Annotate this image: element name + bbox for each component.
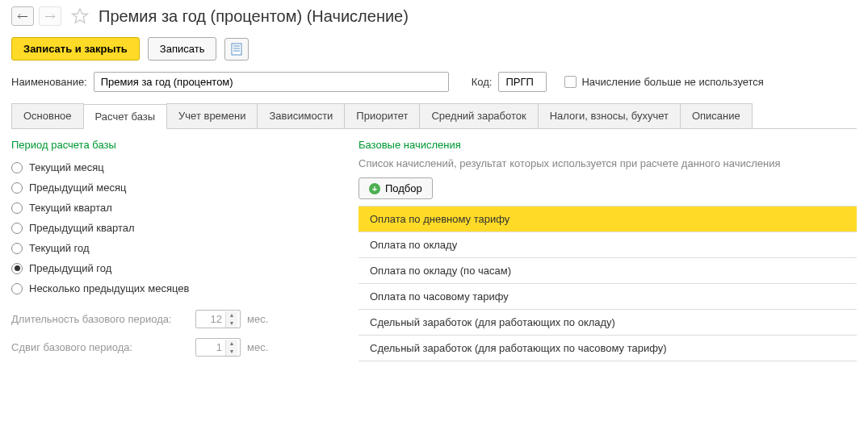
period-radio-item[interactable]: Текущий квартал bbox=[11, 198, 334, 218]
list-item[interactable]: Оплата по часовому тарифу bbox=[359, 284, 857, 310]
tab-5[interactable]: Средний заработок bbox=[419, 103, 538, 128]
code-input[interactable] bbox=[498, 72, 547, 92]
radio-label: Несколько предыдущих месяцев bbox=[29, 282, 189, 294]
period-radio-item[interactable]: Текущий месяц bbox=[11, 157, 334, 177]
forward-button[interactable]: 🡒 bbox=[39, 6, 61, 26]
duration-unit: мес. bbox=[247, 313, 268, 325]
duration-up-button[interactable]: ▲ bbox=[226, 311, 237, 319]
radio-label: Текущий квартал bbox=[29, 202, 112, 214]
favorite-star-icon[interactable] bbox=[71, 7, 89, 25]
radio-icon bbox=[11, 223, 23, 234]
duration-input[interactable] bbox=[196, 311, 225, 328]
plus-icon: + bbox=[369, 183, 380, 194]
radio-icon bbox=[11, 202, 23, 214]
svg-marker-0 bbox=[73, 9, 87, 23]
svg-rect-1 bbox=[232, 44, 241, 55]
list-item[interactable]: Оплата по дневному тарифу bbox=[359, 207, 857, 232]
name-label: Наименование: bbox=[11, 76, 87, 88]
period-radio-item[interactable]: Несколько предыдущих месяцев bbox=[11, 278, 334, 298]
shift-input[interactable] bbox=[196, 339, 225, 356]
period-radio-item[interactable]: Предыдущий год bbox=[11, 258, 334, 278]
tab-1[interactable]: Расчет базы bbox=[83, 104, 168, 129]
tab-3[interactable]: Зависимости bbox=[257, 103, 345, 128]
name-input[interactable] bbox=[94, 72, 449, 92]
page-title: Премия за год (процентом) (Начисление) bbox=[99, 7, 409, 26]
radio-icon bbox=[11, 182, 23, 194]
duration-down-button[interactable]: ▼ bbox=[226, 319, 237, 328]
shift-up-button[interactable]: ▲ bbox=[226, 340, 237, 348]
list-item[interactable]: Оплата по окладу bbox=[359, 232, 857, 258]
tab-0[interactable]: Основное bbox=[11, 103, 84, 128]
report-icon bbox=[231, 43, 242, 56]
period-section-title: Период расчета базы bbox=[11, 139, 334, 151]
shift-label: Сдвиг базового периода: bbox=[11, 341, 189, 353]
shift-unit: мес. bbox=[247, 341, 268, 353]
tab-4[interactable]: Приоритет bbox=[344, 103, 420, 128]
tab-2[interactable]: Учет времени bbox=[166, 103, 258, 128]
report-icon-button[interactable] bbox=[224, 38, 249, 61]
duration-label: Длительность базового периода: bbox=[11, 313, 189, 325]
tab-7[interactable]: Описание bbox=[680, 103, 753, 128]
back-button[interactable]: 🡐 bbox=[11, 6, 34, 26]
radio-icon bbox=[11, 243, 23, 254]
pick-button[interactable]: + Подбор bbox=[359, 177, 433, 199]
base-section-title: Базовые начисления bbox=[359, 139, 857, 151]
save-and-close-button[interactable]: Записать и закрыть bbox=[11, 37, 140, 61]
list-item[interactable]: Сдельный заработок (для работающих по ок… bbox=[359, 310, 857, 336]
radio-label: Текущий год bbox=[29, 242, 90, 254]
period-radio-item[interactable]: Предыдущий месяц bbox=[11, 177, 334, 198]
tabs: ОсновноеРасчет базыУчет времениЗависимос… bbox=[11, 103, 857, 129]
radio-icon bbox=[11, 283, 23, 294]
radio-label: Предыдущий квартал bbox=[29, 222, 135, 234]
disabled-checkbox[interactable] bbox=[564, 76, 577, 88]
pick-button-label: Подбор bbox=[385, 182, 422, 194]
radio-label: Предыдущий год bbox=[29, 262, 111, 274]
tab-6[interactable]: Налоги, взносы, бухучет bbox=[538, 103, 681, 128]
shift-down-button[interactable]: ▼ bbox=[226, 348, 237, 356]
code-label: Код: bbox=[472, 76, 493, 88]
radio-label: Предыдущий месяц bbox=[29, 182, 127, 194]
radio-icon bbox=[11, 162, 23, 173]
radio-label: Текущий месяц bbox=[29, 161, 104, 173]
list-item[interactable]: Оплата по окладу (по часам) bbox=[359, 258, 857, 284]
period-radio-item[interactable]: Предыдущий квартал bbox=[11, 218, 334, 238]
disabled-checkbox-label: Начисление больше не используется bbox=[581, 76, 763, 88]
base-hint: Список начислений, результат которых исп… bbox=[359, 157, 857, 169]
period-radio-item[interactable]: Текущий год bbox=[11, 238, 334, 258]
radio-icon bbox=[11, 263, 23, 274]
list-item[interactable]: Сдельный заработок (для работающих по ча… bbox=[359, 336, 857, 361]
save-button[interactable]: Записать bbox=[148, 37, 217, 61]
